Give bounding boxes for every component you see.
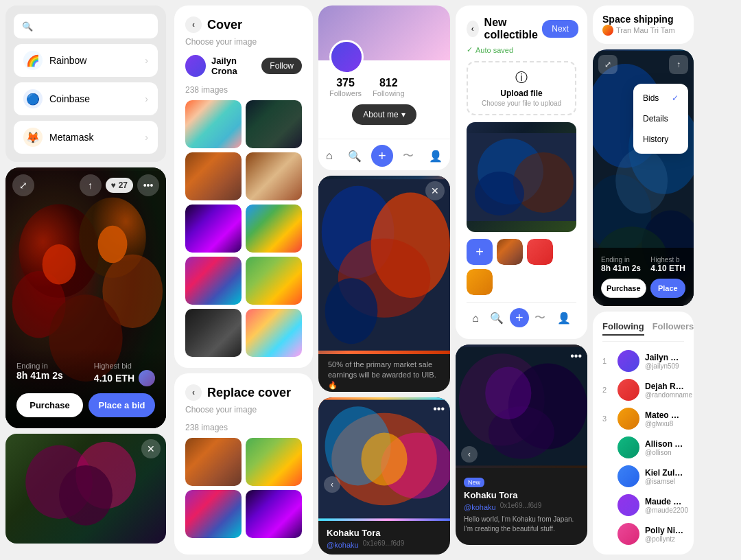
chevron-right-icon: ›	[145, 132, 148, 143]
back-button[interactable]: ‹	[185, 16, 202, 33]
image-thumb-5[interactable]	[185, 205, 242, 253]
purchase-button[interactable]: Purchase	[16, 393, 83, 417]
menu-item-history[interactable]: History	[633, 129, 688, 150]
activity-nav-btn2[interactable]: 〜	[529, 308, 551, 328]
collectible-2-identity: @kohaku 0x1e69...f6d9	[464, 502, 579, 512]
following-item[interactable]: Allison Runolfsson @ollison	[602, 436, 684, 458]
profile-avatar	[329, 40, 364, 74]
tab-following[interactable]: Following	[602, 321, 644, 336]
image-thumb-6[interactable]	[246, 205, 302, 253]
followers-stat: 375 Followers	[329, 77, 362, 97]
chevron-right-icon: ›	[145, 55, 148, 66]
follow-info: Mateo Smith @glwxu8	[645, 410, 684, 428]
wallet-metamask-label: Metamask	[49, 132, 94, 143]
more-options-button[interactable]: •••	[433, 403, 445, 415]
share-button[interactable]: ↑	[80, 174, 102, 196]
collectible-more-button[interactable]: •••	[570, 350, 582, 362]
follow-info: Allison Runolfsson @ollison	[645, 439, 684, 456]
menu-item-bids[interactable]: Bids ✓	[633, 88, 688, 108]
tab-followers[interactable]: Followers	[652, 321, 694, 336]
replace-thumb-2[interactable]	[246, 438, 302, 486]
image-thumb-9[interactable]	[185, 309, 242, 357]
wallet-item-coinbase[interactable]: 🔵 Coinbase ›	[14, 82, 158, 115]
prev-button[interactable]: ‹	[324, 476, 340, 493]
cover-image-grid	[185, 100, 302, 357]
following-item[interactable]: 2 Dejah Roberts @randomname	[602, 379, 684, 401]
coll-thumb-2[interactable]	[527, 239, 553, 265]
following-item[interactable]: 1 Jailyn Crona @jailyn509	[602, 350, 684, 372]
kohaku-artwork	[318, 397, 450, 521]
home-nav-button[interactable]: ⌂	[320, 145, 338, 167]
feature-artwork	[318, 176, 450, 354]
menu-bids-label: Bids	[643, 93, 659, 103]
profile-stats: 375 Followers 812 Following	[329, 77, 439, 97]
image-thumb-4[interactable]	[246, 152, 302, 200]
space-ending-info: Ending in 8h 41m 2s	[601, 256, 641, 273]
image-thumb-3[interactable]	[185, 152, 242, 200]
image-thumb-2[interactable]	[246, 100, 302, 148]
close-button[interactable]: ✕	[141, 439, 161, 458]
profile-navigation: ⌂ 🔍 + 〜 👤	[318, 139, 450, 170]
wallet-rainbow-label: Rainbow	[49, 55, 86, 66]
share-space-button[interactable]: ↑	[669, 55, 688, 74]
image-thumb-1[interactable]	[185, 100, 242, 148]
create-nav-button[interactable]: +	[371, 145, 393, 167]
place-bid-button[interactable]: Place a bid	[89, 393, 155, 417]
next-button[interactable]: Next	[542, 20, 578, 38]
close-feature-button[interactable]: ✕	[425, 181, 445, 200]
more-options-button[interactable]: •••	[137, 174, 159, 196]
replace-thumb-3[interactable]	[185, 490, 242, 538]
following-item[interactable]: Polly Nitzsche @pollyntz	[602, 523, 684, 545]
wallet-item-metamask[interactable]: 🦊 Metamask ›	[14, 121, 158, 154]
space-ending-value: 8h 41m 2s	[601, 264, 641, 273]
space-title: Space shipping	[602, 14, 675, 25]
svg-point-24	[513, 152, 574, 213]
coll-thumb-3[interactable]	[467, 269, 493, 295]
activity-nav-button[interactable]: 〜	[397, 145, 419, 167]
add-thumbnail-button[interactable]: +	[467, 239, 493, 265]
profile-nav-button[interactable]: 👤	[423, 145, 448, 167]
following-item[interactable]: 3 Mateo Smith @glwxu8	[602, 408, 684, 430]
menu-item-details[interactable]: Details	[633, 108, 688, 129]
home-nav-btn2[interactable]: ⌂	[467, 308, 484, 328]
image-thumb-7[interactable]	[185, 257, 242, 305]
kohaku-info: Kohaku Tora @kohaku 0x1e69...f6d9	[318, 521, 450, 555]
bidder-avatar	[139, 370, 155, 386]
back-button-nc[interactable]: ‹	[467, 21, 479, 37]
replace-thumb-1[interactable]	[185, 438, 242, 486]
expand-button[interactable]: ⤢	[12, 174, 34, 196]
search-nav-button[interactable]: 🔍	[342, 145, 367, 167]
prev-btn-coll[interactable]: ‹	[461, 446, 478, 463]
space-highest-value: 4.10 ETH	[650, 264, 685, 273]
search-nav-btn2[interactable]: 🔍	[484, 308, 509, 328]
back-button-replace[interactable]: ‹	[185, 384, 202, 401]
following-item[interactable]: Kiel Zulauf @isamsel	[602, 465, 684, 487]
svg-rect-16	[318, 179, 450, 351]
follow-avatar	[618, 465, 639, 487]
like-counter[interactable]: ♥ 27	[106, 178, 133, 193]
highest-bid-value: 4.10 ETH	[94, 370, 155, 386]
follow-name: Dejah Roberts	[645, 382, 684, 391]
column-2: ‹ Cover Choose your image Jailyn Crona F…	[172, 0, 316, 560]
space-ending-label: Ending in	[601, 256, 641, 264]
following-item[interactable]: Maude Schneider @maude2200	[602, 494, 684, 516]
profile-nav-btn2[interactable]: 👤	[552, 308, 576, 328]
follow-name: Allison Runolfsson	[645, 439, 684, 449]
follow-button[interactable]: Follow	[261, 58, 302, 74]
image-count: 238 images	[185, 85, 302, 95]
image-thumb-8[interactable]	[246, 257, 302, 305]
space-place-button[interactable]: Place	[650, 279, 685, 298]
collectible-2-info: New Kohaku Tora @kohaku 0x1e69...f6d9 He…	[456, 468, 587, 545]
image-thumb-10[interactable]	[246, 309, 302, 357]
wallet-item-rainbow[interactable]: 🌈 Rainbow ›	[14, 44, 158, 77]
follow-info: Dejah Roberts @randomname	[645, 382, 684, 399]
create-nav-btn2[interactable]: +	[510, 308, 529, 327]
expand-space-button[interactable]: ⤢	[598, 55, 618, 74]
space-purchase-button[interactable]: Purchase	[601, 279, 646, 298]
kohaku-feature-card: ••• ‹ Kohaku Tora @kohaku 0x1e69...f6d9	[318, 397, 450, 555]
replace-image-count: 238 images	[185, 423, 302, 432]
replace-thumb-4[interactable]	[246, 490, 302, 538]
about-me-button[interactable]: About me ▾	[352, 104, 416, 125]
upload-section[interactable]: ⓘ Upload file Choose your file to upload	[467, 61, 576, 115]
coll-thumb-1[interactable]	[497, 239, 523, 265]
